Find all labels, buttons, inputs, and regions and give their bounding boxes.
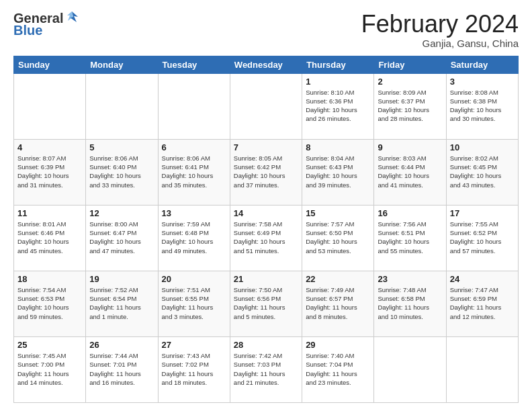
day-info: Sunrise: 7:56 AM Sunset: 6:51 PM Dayligh… (378, 220, 442, 255)
table-row (14, 73, 86, 139)
day-number: 20 (162, 274, 226, 284)
table-row: 13Sunrise: 7:59 AM Sunset: 6:48 PM Dayli… (158, 205, 230, 271)
table-row: 21Sunrise: 7:50 AM Sunset: 6:56 PM Dayli… (230, 271, 302, 336)
logo: General Blue (13, 11, 79, 38)
day-info: Sunrise: 8:03 AM Sunset: 6:44 PM Dayligh… (378, 154, 442, 189)
table-row: 7Sunrise: 8:05 AM Sunset: 6:42 PM Daylig… (230, 139, 302, 205)
day-info: Sunrise: 7:48 AM Sunset: 6:58 PM Dayligh… (378, 285, 442, 321)
table-row (158, 73, 230, 139)
day-number: 8 (306, 142, 370, 152)
table-row (374, 336, 446, 402)
header-wednesday: Wednesday (230, 56, 302, 73)
day-info: Sunrise: 7:42 AM Sunset: 7:03 PM Dayligh… (234, 351, 298, 387)
table-row: 15Sunrise: 7:57 AM Sunset: 6:50 PM Dayli… (302, 205, 374, 271)
location: Ganjia, Gansu, China (361, 38, 519, 49)
day-number: 19 (89, 274, 154, 284)
table-row: 9Sunrise: 8:03 AM Sunset: 6:44 PM Daylig… (374, 139, 446, 205)
day-info: Sunrise: 8:06 AM Sunset: 6:41 PM Dayligh… (162, 154, 226, 189)
day-number: 10 (450, 142, 515, 152)
header-saturday: Saturday (446, 56, 518, 73)
day-info: Sunrise: 7:50 AM Sunset: 6:56 PM Dayligh… (234, 285, 298, 321)
day-info: Sunrise: 7:57 AM Sunset: 6:50 PM Dayligh… (306, 220, 370, 255)
table-row: 24Sunrise: 7:47 AM Sunset: 6:59 PM Dayli… (446, 271, 518, 336)
table-row: 8Sunrise: 8:04 AM Sunset: 6:43 PM Daylig… (302, 139, 374, 205)
day-info: Sunrise: 7:52 AM Sunset: 6:54 PM Dayligh… (89, 285, 154, 321)
table-row: 19Sunrise: 7:52 AM Sunset: 6:54 PM Dayli… (86, 271, 158, 336)
day-number: 18 (17, 274, 82, 284)
day-info: Sunrise: 8:02 AM Sunset: 6:45 PM Dayligh… (450, 154, 515, 189)
table-row: 28Sunrise: 7:42 AM Sunset: 7:03 PM Dayli… (230, 336, 302, 402)
table-row: 6Sunrise: 8:06 AM Sunset: 6:41 PM Daylig… (158, 139, 230, 205)
day-info: Sunrise: 8:04 AM Sunset: 6:43 PM Dayligh… (306, 154, 370, 189)
header: General Blue February 2024 Ganjia, Gansu… (13, 11, 519, 49)
table-row: 1Sunrise: 8:10 AM Sunset: 6:36 PM Daylig… (302, 73, 374, 139)
table-row: 5Sunrise: 8:06 AM Sunset: 6:40 PM Daylig… (86, 139, 158, 205)
table-row: 14Sunrise: 7:58 AM Sunset: 6:49 PM Dayli… (230, 205, 302, 271)
table-row (230, 73, 302, 139)
header-sunday: Sunday (14, 56, 86, 73)
table-row: 3Sunrise: 8:08 AM Sunset: 6:38 PM Daylig… (446, 73, 518, 139)
calendar-week-row: 18Sunrise: 7:54 AM Sunset: 6:53 PM Dayli… (14, 271, 519, 336)
day-number: 3 (450, 77, 515, 87)
day-number: 25 (17, 340, 82, 350)
day-info: Sunrise: 8:00 AM Sunset: 6:47 PM Dayligh… (89, 220, 154, 255)
day-number: 21 (234, 274, 298, 284)
table-row: 16Sunrise: 7:56 AM Sunset: 6:51 PM Dayli… (374, 205, 446, 271)
calendar-week-row: 4Sunrise: 8:07 AM Sunset: 6:39 PM Daylig… (14, 139, 519, 205)
day-info: Sunrise: 7:44 AM Sunset: 7:01 PM Dayligh… (89, 351, 154, 387)
table-row: 26Sunrise: 7:44 AM Sunset: 7:01 PM Dayli… (86, 336, 158, 402)
header-monday: Monday (86, 56, 158, 73)
day-info: Sunrise: 7:47 AM Sunset: 6:59 PM Dayligh… (450, 285, 515, 321)
day-number: 4 (17, 142, 82, 152)
day-number: 7 (234, 142, 298, 152)
table-row: 12Sunrise: 8:00 AM Sunset: 6:47 PM Dayli… (86, 205, 158, 271)
day-info: Sunrise: 7:49 AM Sunset: 6:57 PM Dayligh… (306, 285, 370, 321)
table-row: 23Sunrise: 7:48 AM Sunset: 6:58 PM Dayli… (374, 271, 446, 336)
table-row: 22Sunrise: 7:49 AM Sunset: 6:57 PM Dayli… (302, 271, 374, 336)
day-number: 16 (378, 208, 442, 218)
day-number: 5 (89, 142, 154, 152)
day-info: Sunrise: 8:05 AM Sunset: 6:42 PM Dayligh… (234, 154, 298, 189)
logo-bird-icon (64, 10, 79, 25)
month-title: February 2024 (361, 11, 519, 38)
day-info: Sunrise: 8:10 AM Sunset: 6:36 PM Dayligh… (306, 88, 370, 124)
day-number: 28 (234, 340, 298, 350)
day-info: Sunrise: 8:09 AM Sunset: 6:37 PM Dayligh… (378, 88, 442, 124)
day-number: 29 (306, 340, 370, 350)
title-block: February 2024 Ganjia, Gansu, China (361, 11, 519, 49)
day-info: Sunrise: 7:54 AM Sunset: 6:53 PM Dayligh… (17, 285, 82, 321)
day-info: Sunrise: 7:45 AM Sunset: 7:00 PM Dayligh… (17, 351, 82, 387)
table-row: 11Sunrise: 8:01 AM Sunset: 6:46 PM Dayli… (14, 205, 86, 271)
logo-blue-text: Blue (13, 23, 42, 38)
day-number: 27 (162, 340, 226, 350)
day-info: Sunrise: 7:51 AM Sunset: 6:55 PM Dayligh… (162, 285, 226, 321)
day-number: 12 (89, 208, 154, 218)
day-info: Sunrise: 7:40 AM Sunset: 7:04 PM Dayligh… (306, 351, 370, 387)
day-number: 1 (306, 77, 370, 87)
header-friday: Friday (374, 56, 446, 73)
day-info: Sunrise: 8:08 AM Sunset: 6:38 PM Dayligh… (450, 88, 515, 124)
table-row: 10Sunrise: 8:02 AM Sunset: 6:45 PM Dayli… (446, 139, 518, 205)
calendar-week-row: 1Sunrise: 8:10 AM Sunset: 6:36 PM Daylig… (14, 73, 519, 139)
day-info: Sunrise: 8:07 AM Sunset: 6:39 PM Dayligh… (17, 154, 82, 189)
day-info: Sunrise: 7:58 AM Sunset: 6:49 PM Dayligh… (234, 220, 298, 255)
day-number: 11 (17, 208, 82, 218)
day-number: 13 (162, 208, 226, 218)
day-info: Sunrise: 7:55 AM Sunset: 6:52 PM Dayligh… (450, 220, 515, 255)
table-row: 27Sunrise: 7:43 AM Sunset: 7:02 PM Dayli… (158, 336, 230, 402)
day-number: 24 (450, 274, 515, 284)
day-number: 22 (306, 274, 370, 284)
calendar-week-row: 25Sunrise: 7:45 AM Sunset: 7:00 PM Dayli… (14, 336, 519, 402)
calendar-table: Sunday Monday Tuesday Wednesday Thursday… (13, 56, 519, 403)
day-number: 17 (450, 208, 515, 218)
table-row: 20Sunrise: 7:51 AM Sunset: 6:55 PM Dayli… (158, 271, 230, 336)
day-info: Sunrise: 7:43 AM Sunset: 7:02 PM Dayligh… (162, 351, 226, 387)
day-number: 6 (162, 142, 226, 152)
day-number: 23 (378, 274, 442, 284)
table-row: 29Sunrise: 7:40 AM Sunset: 7:04 PM Dayli… (302, 336, 374, 402)
header-tuesday: Tuesday (158, 56, 230, 73)
page: General Blue February 2024 Ganjia, Gansu… (0, 0, 532, 411)
table-row: 18Sunrise: 7:54 AM Sunset: 6:53 PM Dayli… (14, 271, 86, 336)
table-row (86, 73, 158, 139)
day-number: 14 (234, 208, 298, 218)
